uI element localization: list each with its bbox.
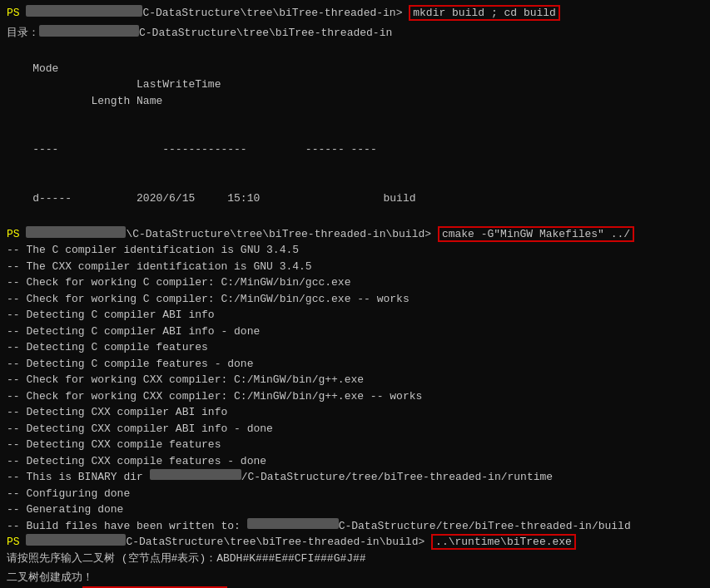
col-lwt: LastWriteTime [32, 78, 221, 91]
ps-line-cmake: PS \C-DataStructure\tree\biTree-threaded… [7, 226, 703, 243]
cmake-out-3: -- Check for working C compiler: C:/MinG… [7, 274, 703, 291]
cmake-highlight: cmake -G"MinGW Makefiles" ../ [438, 226, 634, 242]
path-suffix-1: C-DataStructure\tree\biTree-threaded-in> [142, 5, 409, 22]
build-files-line: -- Build files have been written to: C-D… [7, 518, 703, 535]
cmake-out-10: -- Check for working CXX compiler: C:/Mi… [7, 388, 703, 405]
ps-line-bitree: PS C-DataStructure\tree\biTree-threaded-… [7, 534, 703, 551]
cmake-out-6: -- Detecting C compiler ABI info - done [7, 324, 703, 340]
build-files-redacted [247, 518, 339, 529]
col-len: Length Name [32, 95, 162, 107]
cmake-out-7: -- Detecting C compile features [7, 339, 703, 356]
ps-label-1: PS [7, 5, 26, 22]
cmake-out-13: -- Detecting CXX compile features [7, 437, 703, 453]
command-highlight-1: mkdir build ; cd build [409, 5, 560, 21]
input-prompt: 请按照先序输入二叉树 (空节点用#表示)：ABDH#K###E##CFI###G… [7, 551, 703, 567]
path-redacted-cmake [26, 226, 126, 238]
ps-label-cmake: PS [7, 226, 26, 243]
binary-dir-redacted [150, 469, 241, 480]
ps-label-bitree: PS [7, 534, 26, 551]
cmake-out-14: -- Detecting CXX compile features - done [7, 453, 703, 470]
cmake-out-9: -- Check for working CXX compiler: C:/Mi… [7, 372, 703, 388]
cmake-out-5: -- Detecting C compiler ABI info [7, 307, 703, 324]
dir-label: 目录： [7, 25, 39, 42]
path-redacted-1 [26, 5, 142, 17]
terminal-window: PS C-DataStructure\tree\biTree-threaded-… [0, 0, 710, 588]
cmake-out-12: -- Detecting CXX compiler ABI info - don… [7, 421, 703, 437]
cmake-out-11: -- Detecting CXX compiler ABI info [7, 404, 703, 421]
table-sep: ---- ------------- ------ ---- [7, 126, 703, 175]
dir-path-suffix: C-DataStructure\tree\biTree-threaded-in [139, 25, 392, 42]
success-msg: 二叉树创建成功！ [7, 570, 703, 586]
path-suffix-cmake: \C-DataStructure\tree\biTree-threaded-in… [126, 226, 437, 243]
cmake-out-1: -- The C compiler identification is GNU … [7, 242, 703, 259]
cmake-out-config: -- Configuring done [7, 486, 703, 502]
path-redacted-bitree [26, 534, 126, 546]
table-header: Mode LastWriteTime Length Name [7, 44, 703, 126]
cmake-out-8: -- Detecting C compile features - done [7, 356, 703, 373]
cmake-command: cmake -G"MinGW Makefiles" ../ [438, 226, 634, 243]
bitree-command: ..\runtime\biTree.exe [431, 534, 576, 551]
cmake-out-gen: -- Generating done [7, 502, 703, 518]
bitree-highlight: ..\runtime\biTree.exe [431, 534, 576, 550]
command-1: mkdir build ; cd build [409, 5, 560, 22]
dir-path-redacted [39, 25, 139, 37]
path-suffix-bitree: C-DataStructure\tree\biTree-threaded-in\… [126, 534, 431, 551]
dir-header-line: 目录： C-DataStructure\tree\biTree-threaded… [7, 25, 703, 42]
binary-dir-line: -- This is BINARY dir /C-DataStructure/t… [7, 469, 703, 486]
col-mode: Mode [32, 62, 58, 75]
table-row-build: d----- 2020/6/15 15:10 build [7, 174, 703, 223]
cmake-out-2: -- The CXX compiler identification is GN… [7, 259, 703, 275]
ps-line-1: PS C-DataStructure\tree\biTree-threaded-… [7, 5, 703, 22]
cmake-out-4: -- Check for working C compiler: C:/MinG… [7, 291, 703, 308]
